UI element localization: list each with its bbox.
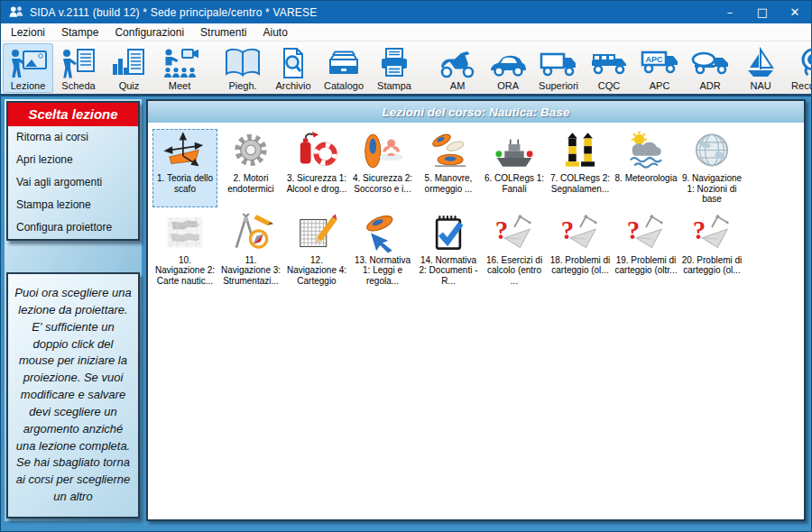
toolbar-button-label: Scheda — [61, 80, 95, 91]
lesson-item-4[interactable]: 4. Sicurezza 2: Soccorso e i... — [350, 129, 415, 207]
svg-text:?: ? — [693, 215, 706, 243]
menu-item-lezioni[interactable]: Lezioni — [3, 23, 53, 41]
hull-axes-icon — [161, 131, 208, 171]
quiz-chart-icon — [109, 46, 149, 79]
gear-icon — [227, 131, 274, 171]
toolbar-button-adr[interactable]: ADR — [685, 43, 735, 93]
question-plot-icon: ? — [688, 213, 735, 253]
toolbar-button-label: CQC — [598, 80, 620, 91]
lesson-item-11[interactable]: 11. Navigazione 3: Strumentazi... — [218, 211, 283, 289]
toolbar-button-quiz[interactable]: Quiz — [104, 43, 154, 93]
toolbar-button-label: Lezione — [11, 80, 46, 91]
toolbar-button-archivio[interactable]: Archivio — [268, 43, 318, 93]
svg-text:?: ? — [561, 215, 574, 243]
menu-item-strumenti[interactable]: Strumenti — [192, 23, 254, 41]
archive-drawer-icon — [324, 46, 364, 79]
toolbar-button-label: Archivio — [275, 80, 310, 91]
lesson-item-label: 18. Problemi di carteggio (ol... — [549, 255, 612, 276]
menu-item-configurazioni[interactable]: Configurazioni — [106, 23, 192, 41]
toolbar-button-nau[interactable]: NAU — [735, 43, 786, 93]
tanker-truck-icon — [690, 46, 730, 79]
lesson-item-9[interactable]: 9. Navigazione 1: Nozioni di base — [679, 129, 744, 207]
people-icon — [8, 5, 24, 19]
open-book-icon — [223, 46, 263, 79]
lesson-item-12[interactable]: 12. Navigazione 4: Carteggio — [284, 211, 349, 289]
video-meeting-icon — [160, 46, 199, 79]
minimize-button[interactable]: – — [714, 1, 746, 23]
lesson-choice-panel: Scelta lezione Ritorna ai corsiApri lezi… — [6, 101, 140, 241]
toolbar-button-recupero[interactable]: Recupero — [786, 43, 812, 93]
sailboat-icon — [741, 46, 780, 79]
lesson-item-2[interactable]: 2. Motori endotermici — [218, 129, 283, 207]
toolbar-button-catalogo[interactable]: Catalogo — [318, 43, 369, 93]
menu-bar: LezioniStampeConfigurazioniStrumentiAiut… — [1, 23, 811, 41]
lesson-item-8[interactable]: 8. Meteorologia — [614, 129, 678, 207]
lesson-item-label: 19. Problemi di carteggio (oltr... — [614, 255, 678, 276]
lesson-item-label: 20. Problemi di carteggio (ol... — [680, 255, 743, 276]
sidebar-link-ritorna-ai-corsi[interactable]: Ritorna ai corsi — [8, 126, 138, 149]
lesson-item-label: 2. Motori endotermici — [219, 173, 282, 194]
toolbar-button-label: Piegh. — [228, 80, 256, 91]
toolbar-button-label: Superiori — [539, 80, 578, 91]
lesson-item-label: 16. Esercizi di calcolo (entro ... — [483, 255, 546, 287]
toolbar-button-label: ADR — [699, 80, 720, 91]
lesson-item-label: 13. Normativa 1: Leggi e regola... — [351, 255, 414, 287]
compass-divider-icon — [227, 213, 274, 253]
toolbar-button-scheda[interactable]: Scheda — [53, 43, 104, 93]
lesson-item-20[interactable]: ?20. Problemi di carteggio (ol... — [679, 211, 744, 289]
toolbar-button-lezione[interactable]: Lezione — [3, 43, 53, 93]
sidebar-link-stampa-lezione[interactable]: Stampa lezione — [8, 194, 138, 216]
toolbar-button-ora[interactable]: ORA — [483, 43, 533, 93]
lesson-projector-icon — [8, 46, 48, 79]
lesson-item-6[interactable]: 6. COLRegs 1: Fanali — [482, 129, 547, 207]
rescue-icon — [359, 131, 406, 171]
toolbar-button-apc[interactable]: APCAPC — [634, 43, 685, 93]
sidebar-link-vai-agli-argomenti[interactable]: Vai agli argomenti — [8, 171, 138, 194]
title-bar: SIDA v.2111 (build 12) * Sede principale… — [1, 1, 811, 23]
menu-item-stampe[interactable]: Stampe — [53, 23, 106, 41]
lesson-item-label: 4. Sicurezza 2: Soccorso e i... — [351, 173, 414, 194]
lesson-item-18[interactable]: ?18. Problemi di carteggio (ol... — [548, 211, 613, 289]
lesson-item-16[interactable]: ?16. Esercizi di calcolo (entro ... — [482, 211, 547, 289]
toolbar-button-superiori[interactable]: Superiori — [533, 43, 584, 93]
sidebar: Scelta lezione Ritorna ai corsiApri lezi… — [5, 99, 142, 521]
lesson-item-1[interactable]: 1. Teoria dello scafo — [152, 129, 217, 207]
maximize-button[interactable]: □ — [746, 1, 779, 23]
question-plot-icon: ? — [557, 213, 604, 253]
toolbar-button-label: AM — [450, 80, 466, 91]
lesson-item-3[interactable]: 3. Sicurezza 1: Alcool e drog... — [284, 129, 349, 207]
toolbar-button-am[interactable]: AM — [432, 43, 483, 93]
lesson-item-7[interactable]: 7. COLRegs 2: Segnalamen... — [548, 129, 613, 207]
lesson-item-label: 5. Manovre, ormeggio ... — [417, 173, 480, 194]
toolbar-button-label: NAU — [750, 80, 770, 91]
mooring-boats-icon — [425, 131, 472, 171]
window-controls: –□✕ — [714, 1, 811, 23]
instructions-box: Puoi ora scegliere una lezione da proiet… — [6, 272, 140, 518]
lesson-item-14[interactable]: 14. Normativa 2: Documenti - R... — [416, 211, 481, 289]
svg-text:APC: APC — [646, 54, 664, 63]
main-panel: Lezioni del corso: Nautica: Base 1. Teor… — [146, 99, 806, 521]
buoys-icon — [557, 131, 604, 171]
lesson-item-19[interactable]: ?19. Problemi di carteggio (oltr... — [614, 211, 678, 289]
toolbar-button-cqc[interactable]: CQC — [584, 43, 634, 93]
lesson-item-10[interactable]: 10. Navigazione 2: Carte nautic... — [152, 211, 217, 289]
sidebar-link-apri-lezione[interactable]: Apri lezione — [8, 149, 138, 171]
close-button[interactable]: ✕ — [779, 1, 811, 23]
lesson-item-13[interactable]: 13. Normativa 1: Leggi e regola... — [350, 211, 415, 289]
printer-icon — [374, 46, 414, 79]
sidebar-panel-title: Scelta lezione — [8, 103, 138, 126]
svg-text:?: ? — [627, 215, 640, 243]
window-title: SIDA v.2111 (build 12) * Sede principale… — [30, 6, 317, 19]
toolbar-button-piegh[interactable]: Piegh. — [217, 43, 268, 93]
lesson-item-label: 11. Navigazione 3: Strumentazi... — [219, 255, 282, 287]
menu-item-aiuto[interactable]: Aiuto — [254, 23, 295, 41]
toolbar-button-stampa[interactable]: Stampa — [369, 43, 420, 93]
weather-icon — [623, 131, 669, 171]
toolbar-button-meet[interactable]: Meet — [154, 43, 205, 93]
truck-icon — [539, 46, 578, 79]
lesson-item-5[interactable]: 5. Manovre, ormeggio ... — [416, 129, 481, 207]
toolbar-button-label: Stampa — [377, 80, 411, 91]
toolbar-button-label: Catalogo — [324, 80, 364, 91]
sidebar-link-configura-proiettore[interactable]: Configura proiettore — [8, 216, 138, 239]
document-check-icon — [425, 213, 472, 253]
